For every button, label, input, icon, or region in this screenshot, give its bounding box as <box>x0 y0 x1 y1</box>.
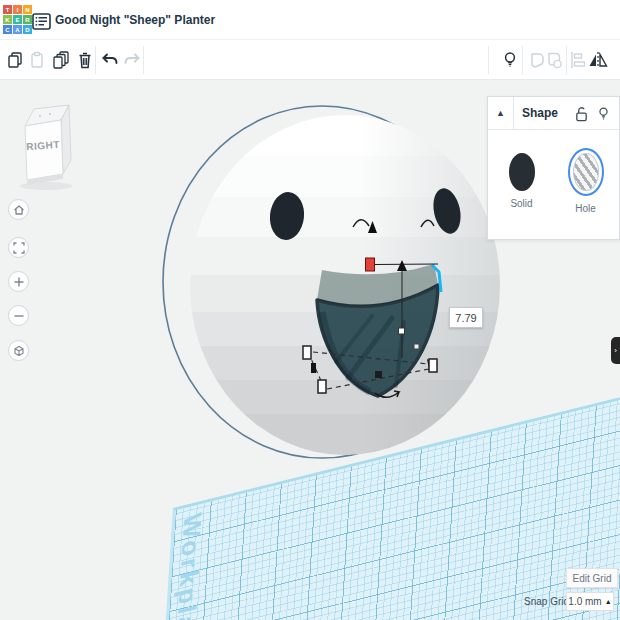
panel-title: Shape <box>514 106 574 120</box>
snap-grid-dropdown[interactable]: 1.0 mm ▲ <box>566 592 614 611</box>
snap-grid-label: Snap Grid <box>524 596 569 607</box>
design-properties-icon <box>32 13 51 30</box>
delete-button[interactable] <box>74 48 96 72</box>
snap-grid-value: 1.0 mm <box>568 596 601 607</box>
align-button[interactable] <box>569 48 587 72</box>
corner-scale-handle[interactable] <box>318 380 326 393</box>
toolbar-separator <box>522 46 523 74</box>
dropdown-up-arrow-icon: ▲ <box>605 598 612 605</box>
zoom-in-button[interactable] <box>8 271 29 292</box>
panel-expand-tab[interactable]: › <box>611 337 620 364</box>
panel-collapse-button[interactable]: ▲ <box>488 97 514 129</box>
height-scale-handle[interactable] <box>366 258 375 271</box>
viewport-3d[interactable]: Workplane <box>0 80 620 620</box>
shape-options: Solid Hole <box>488 130 619 214</box>
design-title[interactable]: Good Night "Sheep" Planter <box>55 13 215 27</box>
edge-scale-handle[interactable] <box>375 371 382 378</box>
hole-label: Hole <box>575 203 596 214</box>
corner-scale-handle[interactable] <box>303 346 311 359</box>
hole-selected-ring[interactable] <box>568 148 604 196</box>
dimension-value[interactable]: 7.79 <box>449 307 483 328</box>
toolbar <box>0 40 620 80</box>
minus-icon <box>13 310 25 322</box>
copy-icon <box>5 50 25 70</box>
view-cube[interactable]: RIGHT <box>10 96 80 192</box>
corner-scale-handle[interactable] <box>429 359 437 372</box>
solid-swatch[interactable] <box>509 153 535 191</box>
side-grip[interactable] <box>414 344 419 349</box>
unlock-icon[interactable] <box>574 105 589 122</box>
dimension-stem <box>374 264 438 265</box>
hole-swatch[interactable] <box>573 153 599 191</box>
align-icon <box>569 50 587 70</box>
logo-cell: C <box>3 25 12 34</box>
duplicate-icon <box>50 49 72 71</box>
toolbar-separator <box>566 46 567 74</box>
midpoint-grip[interactable] <box>399 328 405 334</box>
duplicate-button[interactable] <box>50 48 72 72</box>
hide-lightbulb-icon[interactable] <box>596 105 611 122</box>
redo-icon <box>122 50 142 70</box>
toolbar-separator <box>143 46 144 74</box>
redo-button[interactable] <box>121 48 143 72</box>
solid-option[interactable]: Solid <box>500 148 544 214</box>
hole-option[interactable]: Hole <box>564 148 608 214</box>
show-all-button[interactable] <box>499 48 521 72</box>
undo-button[interactable] <box>99 48 121 72</box>
edge-scale-handle[interactable] <box>311 363 316 373</box>
toolbar-separator <box>488 46 489 74</box>
undo-icon <box>100 50 120 70</box>
plus-icon <box>13 276 25 288</box>
chevron-right-icon: › <box>614 346 617 355</box>
shape-inspector-panel: ▲ Shape Solid H <box>487 96 620 240</box>
paste-icon <box>27 50 47 70</box>
logo-cell: K <box>3 15 12 24</box>
panel-header: ▲ Shape <box>488 97 619 130</box>
perspective-toggle-button[interactable] <box>8 340 29 361</box>
tinkercad-logo[interactable]: T I N K E R C A D <box>3 5 32 34</box>
lightbulb-icon <box>500 50 520 70</box>
trash-icon <box>75 50 95 70</box>
mirror-button[interactable] <box>587 48 609 72</box>
edit-grid-button[interactable]: Edit Grid <box>566 568 618 588</box>
fit-view-icon <box>13 242 25 254</box>
copy-button[interactable] <box>4 48 26 72</box>
home-icon <box>13 204 25 216</box>
logo-cell: E <box>13 15 22 24</box>
logo-cell: I <box>13 5 22 14</box>
logo-cell: A <box>13 25 22 34</box>
toolbar-separator <box>95 46 96 74</box>
fit-view-button[interactable] <box>8 237 29 258</box>
design-menu-button[interactable] <box>30 11 52 31</box>
logo-cell: T <box>3 5 12 14</box>
paste-button[interactable] <box>26 48 48 72</box>
solid-label: Solid <box>510 198 532 209</box>
perspective-icon <box>13 345 25 357</box>
zoom-out-button[interactable] <box>8 305 29 326</box>
mirror-icon <box>588 50 608 70</box>
home-view-button[interactable] <box>8 199 29 220</box>
ungroup-button[interactable] <box>543 48 565 72</box>
ungroup-icon <box>544 50 564 70</box>
title-bar: T I N K E R C A D Good Night "Sheep" Pla… <box>0 0 620 40</box>
